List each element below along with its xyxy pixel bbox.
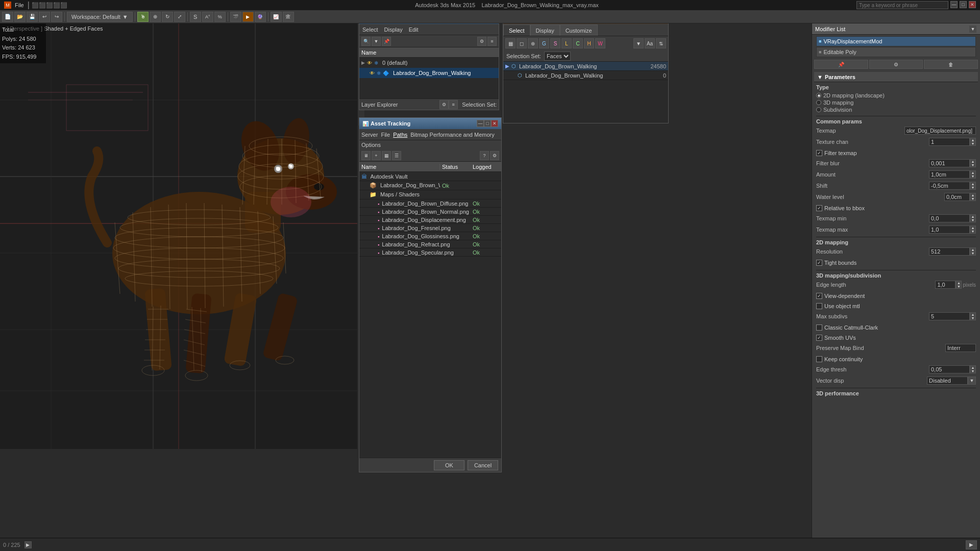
shift-up[interactable]: ▲ [970,182,975,186]
mod-delete-btn[interactable]: 🗑 [924,60,978,69]
angle-snap-btn[interactable]: A° [202,12,213,22]
sfs-tool-helper[interactable]: H [584,38,594,48]
amount-value[interactable]: 1,0cm [929,170,970,179]
at-menu-server[interactable]: Server [361,132,378,138]
sfs-tool-camera[interactable]: C [573,38,583,48]
keep-continuity-checkbox[interactable] [816,356,822,362]
relative-bbox-checkbox[interactable] [816,205,822,211]
params-title[interactable]: ▼ Parameters [814,72,978,82]
obj-freeze-icon[interactable]: ❄ [377,70,381,76]
material-editor-btn[interactable]: 🔮 [255,12,266,22]
filter-texmap-row[interactable]: Filter texmap [816,148,976,158]
keep-continuity-row[interactable]: Keep continuity [816,354,976,364]
txmin-up[interactable]: ▲ [970,215,975,218]
curve-editor-btn[interactable]: 📈 [271,12,282,22]
txmax-down[interactable]: ▼ [970,230,975,233]
radio-3d-mapping[interactable]: 3D mapping [816,99,976,106]
el-down[interactable]: ▼ [956,285,961,288]
footer-menu-btn[interactable]: ≡ [449,100,458,109]
at-row-glossiness[interactable]: ▪ Labrador_Dog_Glossiness.png Ok [359,232,501,240]
vector-disp-value[interactable]: Disabled [927,377,968,385]
at-tool-settings[interactable]: ⚙ [490,151,499,160]
modifier-list-dropdown[interactable]: ▼ [969,25,977,33]
sfs-tool-all[interactable]: ▦ [505,38,516,48]
mod-configure-btn[interactable]: ⚙ [869,60,923,69]
redo-btn[interactable]: ↪ [51,12,62,22]
txmax-up[interactable]: ▲ [970,226,975,230]
smooth-uvs-row[interactable]: Smooth UVs [816,333,976,343]
preserve-map-value[interactable]: Interr [945,344,976,352]
max-subdivs-spinner[interactable]: ▲ ▼ [970,312,976,320]
sfs-obj-row-1[interactable]: ⬡ Labrador_Dog_Brown_Walking 0 [503,71,668,80]
open-btn[interactable]: 📂 [14,12,26,22]
move-tool[interactable]: ⊕ [150,12,161,22]
workspace-selector[interactable]: Workspace: Default ▼ [67,12,133,22]
layer-row-1[interactable]: 👁 ❄ 🔷 Labrador_Dog_Brown_Walking [359,68,499,78]
filter-blur-down[interactable]: ▼ [970,163,975,167]
view-dependent-checkbox[interactable] [816,293,822,299]
resolution-value[interactable]: 512 [929,247,970,256]
at-row-fresnel[interactable]: ▪ Labrador_Dog_Fresnel.png Ok [359,224,501,232]
max-subdivs-value[interactable]: 5 [929,312,970,320]
at-tool-help[interactable]: ? [480,151,489,160]
scale-tool[interactable]: ⤢ [174,12,185,22]
se-tool-pin[interactable]: 📌 [382,37,391,46]
relative-bbox-row[interactable]: Relative to bbox [816,203,976,213]
menu-edit[interactable]: Edit [408,27,420,33]
minimize-button[interactable]: — [950,1,958,8]
classic-catmull-checkbox[interactable] [816,324,822,331]
edge-thresh-spinner[interactable]: ▲ ▼ [970,365,976,373]
smooth-uvs-checkbox[interactable] [816,335,822,341]
texmap-max-value[interactable]: 1,0 [929,226,970,234]
resolution-spinner[interactable]: ▲ ▼ [970,247,976,256]
at-close[interactable]: ✕ [491,120,498,127]
bottom-expand[interactable]: ▶ [24,541,32,548]
rotate-tool[interactable]: ↻ [162,12,173,22]
at-menu-paths[interactable]: Paths [393,132,407,138]
schematic-view-btn[interactable]: 🕸 [283,12,294,22]
at-row-maxfile[interactable]: 📦 Labrador_Dog_Brown_Walking_max_vray.ma… [359,181,501,190]
sfs-tab-display[interactable]: Display [530,24,560,36]
footer-settings-btn[interactable]: ⚙ [439,100,449,109]
et-down[interactable]: ▼ [970,369,975,373]
se-tool-filter[interactable]: ▼ [372,37,381,46]
at-row-refract[interactable]: ▪ Labrador_Dog_Refract.png Ok [359,240,501,248]
sfs-tab-customize[interactable]: Customize [560,24,598,36]
et-up[interactable]: ▲ [970,366,975,369]
sfs-tool-sort[interactable]: ⇅ [656,38,666,48]
at-menu-options[interactable]: Options [361,142,381,148]
amount-spinner[interactable]: ▲ ▼ [970,170,976,179]
quick-access[interactable]: ⬛⬛⬛⬛⬛ [32,2,67,9]
sfs-obj-row-0[interactable]: ▶ ⬡ Labrador_Dog_Brown_Walking 24580 [503,62,668,71]
at-restore[interactable]: □ [484,120,491,127]
view-dependent-row[interactable]: View-dependent [816,291,976,301]
edge-length-spinner[interactable]: ▲ ▼ [955,281,962,289]
at-tool-grid[interactable]: ▦ [382,151,391,160]
texture-chan-value[interactable]: 1 [929,138,970,146]
menu-display[interactable]: Display [383,27,404,33]
radio-subdivision[interactable]: Subdivision [816,107,976,113]
save-btn[interactable]: 💾 [27,12,38,22]
menu-file[interactable]: File [13,2,26,8]
new-btn[interactable]: 📄 [2,12,13,22]
sfs-tool-warp[interactable]: W [595,38,605,48]
texture-chan-spinner[interactable]: ▲ ▼ [970,138,976,146]
edge-thresh-value[interactable]: 0,05 [929,365,970,373]
se-tool-search[interactable]: 🔍 [361,37,371,46]
wl-up[interactable]: ▲ [970,193,975,197]
sfs-tool-case[interactable]: Aa [645,38,655,48]
water-level-value[interactable]: 0,0cm [944,193,970,201]
modifier-vray-displacement[interactable]: ■ VRayDisplacementMod [816,36,976,46]
edge-length-value[interactable]: 1,0 [935,281,955,289]
sfs-tool-none[interactable]: ◻ [517,38,527,48]
at-minimize[interactable]: — [477,120,484,127]
shift-value[interactable]: -0,5cm [929,182,970,190]
use-object-mtl-checkbox[interactable] [816,303,822,309]
at-tool-server[interactable]: 🖥 [361,151,371,160]
layer-row-0[interactable]: ▶ 👁 ❄ 0 (default) [359,58,499,68]
snap-btn[interactable]: S [190,12,201,22]
sfs-selection-dropdown[interactable]: Faces [544,52,571,61]
texmap-min-spinner[interactable]: ▲ ▼ [970,214,976,222]
se-tool-menu[interactable]: ≡ [487,37,497,46]
shift-spinner[interactable]: ▲ ▼ [970,182,976,190]
